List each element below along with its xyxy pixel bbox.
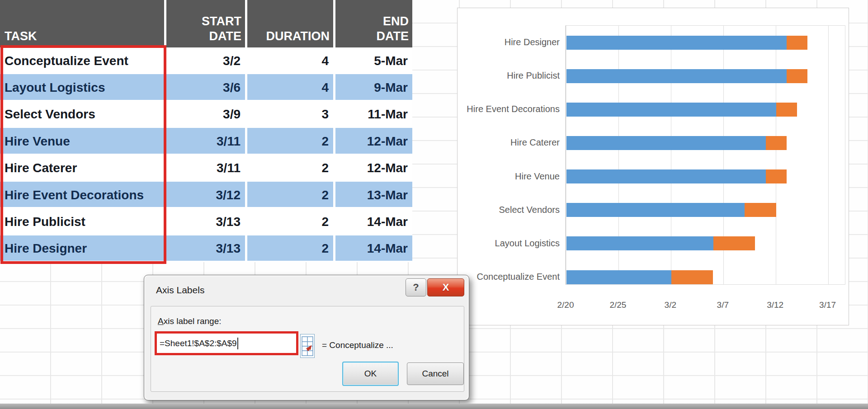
column-header-line: DATE	[209, 29, 242, 44]
range-input-value: =Sheet1!$A$2:$A$9	[160, 338, 237, 348]
range-preview-text: = Conceptualize ...	[322, 340, 393, 350]
category-label: Hire Caterer	[458, 136, 560, 148]
gantt-bar-start-segment[interactable]	[566, 203, 745, 217]
table-cell-task[interactable]: Hire Event Decorations	[0, 182, 164, 208]
gantt-bar-start-segment[interactable]	[566, 36, 787, 50]
gantt-bar-duration-segment[interactable]	[787, 36, 807, 50]
chart-vertical-gridline	[776, 26, 776, 284]
chart-plot-area	[566, 25, 845, 285]
ok-button[interactable]: OK	[342, 362, 399, 386]
table-cell-start[interactable]: 3/13	[166, 235, 245, 262]
category-label: Hire Publicist	[458, 70, 560, 81]
gantt-bar-start-segment[interactable]	[566, 169, 766, 183]
table-cell-end[interactable]: 5-Mar	[335, 47, 412, 74]
dialog-content-panel: Axis label range: =Sheet1!$A$2:$A$9 = Co…	[151, 306, 464, 392]
category-label: Conceptualize Event	[458, 271, 560, 282]
column-header-task[interactable]: TASK	[0, 0, 164, 47]
cancel-button[interactable]: Cancel	[407, 362, 464, 385]
gantt-bar-duration-segment[interactable]	[671, 270, 713, 284]
table-cell-task[interactable]: Select Vendors	[0, 101, 164, 128]
table-cell-duration[interactable]: 2	[247, 208, 333, 235]
gantt-bar-start-segment[interactable]	[566, 136, 766, 150]
x-axis-tick-label: 2/20	[547, 300, 585, 310]
column-header-line: DATE	[377, 29, 409, 44]
column-header-line: DURATION	[266, 29, 330, 44]
gantt-bar-duration-segment[interactable]	[776, 103, 797, 117]
category-label: Select Vendors	[458, 204, 560, 216]
close-button[interactable]: X	[427, 278, 464, 296]
table-cell-start[interactable]: 3/2	[166, 47, 245, 74]
help-button[interactable]: ?	[406, 278, 426, 296]
gantt-bar-duration-segment[interactable]	[713, 236, 755, 250]
table-cell-end[interactable]: 11-Mar	[335, 101, 412, 128]
table-cell-end[interactable]: 12-Mar	[335, 128, 412, 155]
table-cell-task[interactable]: Conceptualize Event	[0, 47, 164, 74]
table-cell-task[interactable]: Hire Caterer	[0, 155, 164, 182]
table-cell-end[interactable]: 9-Mar	[335, 74, 412, 101]
gantt-bar-duration-segment[interactable]	[787, 69, 807, 83]
column-header-line: END	[383, 14, 409, 29]
collapse-dialog-button[interactable]	[300, 334, 315, 358]
table-cell-task[interactable]: Hire Venue	[0, 128, 164, 155]
table-cell-duration[interactable]: 2	[247, 128, 333, 155]
dialog-title: Axis Labels	[156, 285, 204, 296]
table-cell-start[interactable]: 3/12	[166, 182, 245, 208]
x-axis-tick-label: 3/7	[704, 300, 742, 310]
category-label: Hire Venue	[458, 170, 560, 182]
table-cell-duration[interactable]: 3	[247, 101, 333, 128]
axis-labels-dialog: Axis Labels ? X Axis label range: =Sheet…	[144, 275, 469, 400]
gantt-chart[interactable]: 2/202/253/23/73/123/17Hire DesignerHire …	[457, 8, 849, 325]
table-cell-start[interactable]: 3/6	[166, 74, 245, 101]
table-cell-end[interactable]: 14-Mar	[335, 235, 412, 262]
help-icon: ?	[413, 282, 419, 293]
x-axis-tick-label: 2/25	[599, 300, 637, 310]
table-cell-start[interactable]: 3/11	[166, 155, 245, 182]
task-table: TASKSTARTDATEDURATIONENDDATEConceptualiz…	[0, 0, 412, 262]
column-header-start[interactable]: STARTDATE	[166, 0, 245, 47]
text-caret	[237, 338, 238, 349]
table-cell-duration[interactable]: 2	[247, 235, 333, 262]
table-cell-duration[interactable]: 2	[247, 182, 333, 208]
gantt-bar-start-segment[interactable]	[566, 270, 671, 284]
x-axis-tick-label: 3/17	[809, 300, 847, 310]
excel-worksheet: TASKSTARTDATEDURATIONENDDATEConceptualiz…	[0, 0, 868, 409]
gantt-bar-start-segment[interactable]	[566, 236, 713, 250]
column-header-duration[interactable]: DURATION	[247, 0, 333, 47]
gantt-bar-start-segment[interactable]	[566, 69, 787, 83]
category-label: Layout Logistics	[458, 237, 560, 249]
table-cell-end[interactable]: 13-Mar	[335, 182, 412, 208]
column-header-line: TASK	[5, 29, 37, 44]
gantt-bar-duration-segment[interactable]	[766, 136, 787, 150]
table-cell-start[interactable]: 3/11	[166, 128, 245, 155]
gantt-bar-start-segment[interactable]	[566, 103, 776, 117]
gantt-bar-duration-segment[interactable]	[766, 169, 787, 183]
category-label: Hire Designer	[458, 36, 560, 48]
close-icon: X	[443, 282, 449, 293]
screenshot-bottom-edge	[0, 404, 868, 409]
axis-label-range-input[interactable]: =Sheet1!$A$2:$A$9	[155, 331, 298, 355]
gantt-bar-duration-segment[interactable]	[745, 203, 776, 217]
chart-vertical-gridline	[828, 26, 829, 284]
axis-label-range-label: Axis label range:	[158, 316, 221, 326]
x-axis-tick-label: 3/2	[651, 300, 689, 310]
table-cell-duration[interactable]: 4	[247, 47, 333, 74]
table-cell-start[interactable]: 3/9	[166, 101, 245, 128]
column-header-end[interactable]: ENDDATE	[335, 0, 412, 47]
table-cell-start[interactable]: 3/13	[166, 208, 245, 235]
table-cell-duration[interactable]: 4	[247, 74, 333, 101]
collapse-dialog-icon	[302, 336, 313, 356]
table-cell-end[interactable]: 14-Mar	[335, 208, 412, 235]
category-label: Hire Event Decorations	[458, 103, 560, 115]
table-cell-duration[interactable]: 2	[247, 155, 333, 182]
column-header-line: START	[202, 14, 241, 29]
table-cell-task[interactable]: Hire Publicist	[0, 208, 164, 235]
table-cell-end[interactable]: 12-Mar	[335, 155, 412, 182]
table-cell-task[interactable]: Hire Designer	[0, 235, 164, 262]
x-axis-tick-label: 3/12	[756, 300, 794, 310]
table-cell-task[interactable]: Layout Logistics	[0, 74, 164, 101]
